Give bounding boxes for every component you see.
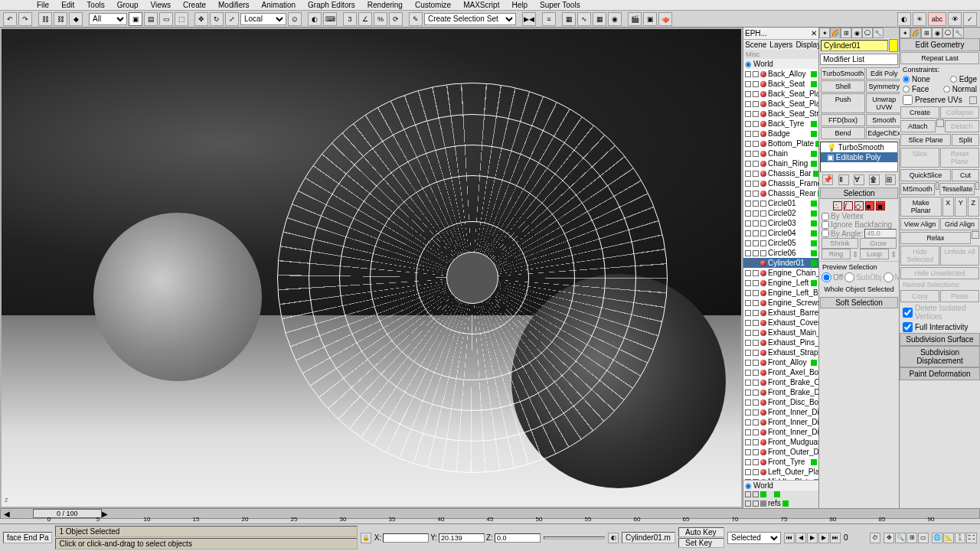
schematic-button[interactable]: ▦ bbox=[593, 12, 606, 26]
menu-help[interactable]: Help bbox=[505, 0, 534, 10]
scale-button[interactable]: ⤢ bbox=[225, 12, 239, 26]
cut-button[interactable]: Cut bbox=[952, 169, 979, 181]
symmetry-button[interactable]: Symmetry bbox=[866, 80, 902, 93]
create-tab2-icon[interactable]: ✦ bbox=[900, 28, 910, 38]
del-iso-check[interactable] bbox=[903, 308, 913, 318]
scene-item[interactable]: Back_Seat_Plat bbox=[743, 99, 818, 109]
relax-button[interactable]: Relax bbox=[900, 232, 971, 244]
reset-plane-button[interactable]: Reset Plane bbox=[940, 148, 979, 168]
render-setup-button[interactable]: 🎬 bbox=[628, 12, 642, 26]
move-button[interactable]: ✥ bbox=[194, 12, 208, 26]
edge-subobj-icon[interactable]: / bbox=[844, 201, 853, 210]
constraint-none-radio[interactable] bbox=[903, 76, 910, 83]
grid-align-button[interactable]: Grid Align bbox=[940, 218, 979, 230]
quickslice-button[interactable]: QuickSlice bbox=[900, 169, 951, 181]
select-rect-button[interactable]: ▭ bbox=[159, 12, 173, 26]
menu-views[interactable]: Views bbox=[145, 0, 178, 10]
modify-tab-icon[interactable]: 🌈 bbox=[830, 28, 841, 38]
display-tab-icon[interactable]: 🖵 bbox=[862, 28, 873, 38]
light-icon[interactable]: ☀ bbox=[913, 12, 926, 26]
constraint-edge-radio[interactable] bbox=[950, 76, 957, 83]
stack-editablepoly[interactable]: ▣ Editable Poly bbox=[821, 152, 897, 162]
script-listener[interactable]: face End Pa bbox=[3, 532, 52, 543]
scene-tab-scene[interactable]: Scene bbox=[745, 41, 766, 49]
window-crossing-button[interactable]: ⬚ bbox=[175, 12, 188, 26]
x-coord-field[interactable] bbox=[383, 533, 429, 543]
show-end-icon[interactable]: Ⅱ bbox=[838, 174, 849, 185]
prev-frame-icon[interactable]: ◀ bbox=[795, 533, 806, 543]
orbit-icon[interactable]: 🌐 bbox=[932, 533, 942, 543]
scene-item[interactable]: Exhaust_Cover bbox=[743, 318, 818, 328]
pin-stack-icon[interactable]: 📌 bbox=[822, 174, 833, 185]
scene-item[interactable]: Exhaust_Pins_ bbox=[743, 337, 818, 347]
menu-grapheditors[interactable]: Graph Editors bbox=[302, 0, 361, 10]
scene-item[interactable]: Engine_Chain_ bbox=[743, 268, 818, 278]
planar-x-button[interactable]: X bbox=[942, 197, 955, 217]
snap-button[interactable]: 3 bbox=[343, 12, 357, 26]
modifier-stack[interactable]: 💡 TurboSmooth ▣ Editable Poly bbox=[820, 142, 898, 172]
scene-item[interactable]: Front_Brake_D bbox=[743, 387, 818, 397]
ffd-button[interactable]: FFD(box) bbox=[821, 114, 865, 126]
remove-mod-icon[interactable]: 🗑 bbox=[869, 174, 880, 185]
select-name-button[interactable]: ▤ bbox=[144, 12, 158, 26]
preview-off-radio[interactable] bbox=[822, 272, 831, 282]
tessellate-settings-icon[interactable] bbox=[975, 182, 979, 190]
shrink-button[interactable]: Shrink bbox=[822, 238, 858, 249]
preview-icon[interactable]: 👁 bbox=[948, 12, 962, 26]
create-tab-icon[interactable]: ✦ bbox=[819, 28, 830, 38]
redo-button[interactable]: ↷ bbox=[18, 12, 32, 26]
utilities-tab-icon[interactable]: 🔧 bbox=[873, 28, 884, 38]
scene-item[interactable]: Engine_Screws bbox=[743, 298, 818, 308]
goto-start-icon[interactable]: ⏮ bbox=[784, 533, 795, 543]
goto-end-icon[interactable]: ⏭ bbox=[830, 533, 841, 543]
scene-object-list[interactable]: Back_AlloyBack_SeatBack_Seat_PlatBack_Se… bbox=[743, 69, 818, 480]
manipulate-button[interactable]: ◐ bbox=[308, 12, 322, 26]
view-align-button[interactable]: View Align bbox=[900, 218, 939, 230]
preview-subobj-radio[interactable] bbox=[844, 272, 854, 282]
angle-snap-button[interactable]: ∠ bbox=[358, 12, 372, 26]
utilities-tab2-icon[interactable]: 🔧 bbox=[953, 28, 964, 38]
hide-unsel-button[interactable]: Hide Unselected bbox=[900, 267, 979, 279]
modify-tab2-icon[interactable]: 🌈 bbox=[910, 28, 921, 38]
selection-filter-dropdown[interactable]: All bbox=[89, 13, 127, 25]
hierarchy-tab-icon[interactable]: ⊞ bbox=[841, 28, 851, 38]
constraint-face-radio[interactable] bbox=[903, 86, 910, 93]
scene-item[interactable]: Exhaust_Barrel bbox=[743, 308, 818, 318]
scene-item[interactable]: Circle01 bbox=[743, 198, 818, 208]
set-key-button[interactable]: Set Key bbox=[678, 538, 724, 548]
scene-item[interactable]: Back_Seat_Strap bbox=[743, 109, 818, 119]
viewport-perspective[interactable]: z bbox=[0, 28, 743, 508]
render-frame-button[interactable]: ▣ bbox=[643, 12, 657, 26]
turbosmooth-button[interactable]: TurboSmooth bbox=[821, 67, 865, 80]
smooth-button[interactable]: Smooth bbox=[866, 114, 902, 126]
preserve-uvs-check[interactable] bbox=[903, 95, 913, 105]
ring-button[interactable]: Ring bbox=[822, 249, 851, 259]
vertex-subobj-icon[interactable]: ∴ bbox=[833, 201, 842, 210]
scene-refs-item[interactable]: refs bbox=[768, 499, 781, 507]
scene-item[interactable]: Circle04 bbox=[743, 228, 818, 238]
scene-item[interactable]: Chassis_Rear bbox=[743, 188, 818, 198]
scene-item[interactable]: Front_Axel_Bolt bbox=[743, 367, 818, 377]
planar-z-button[interactable]: Z bbox=[968, 197, 980, 217]
motion-tab-icon[interactable]: ◉ bbox=[851, 28, 862, 38]
scene-item[interactable]: Back_Seat bbox=[743, 79, 818, 89]
key-mode-dropdown[interactable]: Selected bbox=[727, 532, 781, 544]
abc-icon[interactable]: abc bbox=[928, 12, 946, 26]
named-selection-dropdown[interactable]: Create Selection Set bbox=[424, 13, 516, 25]
make-planar-button[interactable]: Make Planar bbox=[900, 197, 942, 217]
pivot-button[interactable]: ⊙ bbox=[288, 12, 302, 26]
scene-item[interactable]: Bottom_Plate bbox=[743, 139, 818, 148]
scene-item[interactable]: Front_Inner_Di bbox=[743, 407, 818, 417]
edgechex-button[interactable]: EdgeChEx bbox=[866, 127, 902, 139]
modifier-list-dropdown[interactable]: Modifier List bbox=[820, 54, 898, 65]
create-button[interactable]: Create bbox=[900, 106, 939, 119]
motion-tab2-icon[interactable]: ◉ bbox=[932, 28, 942, 38]
by-vertex-check[interactable] bbox=[822, 213, 829, 220]
slice-button[interactable]: Slice bbox=[900, 148, 939, 168]
z-coord-field[interactable]: 0.0 bbox=[495, 533, 541, 543]
unlink-button[interactable]: ⛓ bbox=[54, 12, 67, 26]
bend-button[interactable]: Bend bbox=[821, 127, 865, 139]
scene-item[interactable]: Circle06 bbox=[743, 248, 818, 258]
walk-icon[interactable]: 🚶 bbox=[955, 533, 965, 543]
scene-item[interactable]: Circle03 bbox=[743, 218, 818, 228]
